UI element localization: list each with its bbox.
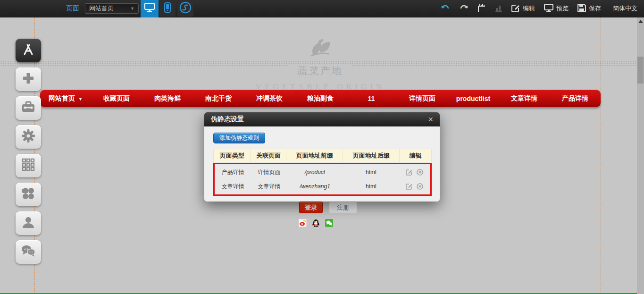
rules-table-header: 页面类型 关联页面 页面地址前缀 页面地址后缀 编辑 [213, 149, 432, 162]
auth-buttons: 登录 注册 [299, 202, 357, 213]
nav-item-label: 冲调茶饮 [256, 94, 283, 103]
modal-title: 伪静态设置 [211, 115, 244, 124]
nav-item-label: 粮油副食 [307, 94, 334, 103]
delete-row-icon[interactable] [417, 169, 423, 176]
weibo-icon[interactable] [299, 219, 307, 227]
modal-header[interactable]: 伪静态设置 × [204, 112, 440, 126]
scrollbar-thumb[interactable] [637, 57, 644, 84]
nav-item-label: 详情页面 [409, 94, 435, 103]
undo-button[interactable] [441, 4, 450, 13]
edit-pencil-icon [511, 4, 520, 14]
cell-url-suffix: html [343, 165, 399, 179]
left-sidebar [16, 39, 41, 269]
add-rule-button[interactable]: 添加伪静态规则 [213, 133, 265, 143]
scroll-up-arrow[interactable] [638, 20, 643, 23]
desktop-icon [144, 3, 155, 14]
save-floppy-icon [577, 4, 586, 14]
nav-item-favorites[interactable]: 收藏页面 [91, 90, 142, 107]
grid-icon [22, 158, 35, 173]
col-header-related-page: 关联页面 [251, 149, 286, 162]
plus-icon [22, 72, 35, 87]
mobile-view-button[interactable] [159, 1, 176, 17]
nav-item-tea-drinks[interactable]: 冲调茶饮 [244, 90, 295, 107]
vegetable-leaf-icon [307, 37, 334, 61]
sidebar-item-design[interactable] [16, 39, 41, 62]
nav-item-home[interactable]: 网站首页 ▼ [40, 90, 91, 107]
sidebar-item-wechat[interactable] [16, 240, 41, 264]
gear-icon [21, 129, 35, 145]
nav-item-detail-page[interactable]: 详情页面 [397, 90, 448, 107]
col-header-url-suffix: 页面地址后缀 [343, 149, 400, 162]
site-logo-block[interactable]: 蔬菜产地 VEGETABLE ORIGIN [40, 37, 601, 92]
desktop-view-button[interactable] [141, 0, 159, 17]
close-icon[interactable]: × [428, 115, 433, 124]
col-header-url-prefix: 页面地址前缀 [286, 149, 343, 162]
sidebar-item-settings[interactable] [16, 125, 41, 149]
page-select-dropdown[interactable]: 网站首页 ▼ [85, 3, 139, 14]
nav-item-dry-goods[interactable]: 南北干货 [193, 90, 244, 107]
nav-item-productlist[interactable]: productlist [448, 90, 499, 107]
nav-item-label: 网站首页 [49, 94, 75, 103]
nav-item-article-detail[interactable]: 文章详情 [499, 90, 550, 107]
page-label: 页面 [66, 4, 79, 13]
site-main-nav: 网站首页 ▼ 收藏页面 肉类海鲜 南北干货 冲调茶饮 粮油副食 11 详情页面 … [40, 90, 601, 107]
undo-icon [441, 4, 450, 13]
ruler-button[interactable] [477, 3, 486, 14]
table-row: 文章详情 文章详情 /wenzhang1 html [215, 179, 430, 193]
save-button[interactable]: 保存 [577, 4, 601, 14]
person-icon [22, 216, 35, 231]
brand-curve-button[interactable] [177, 1, 193, 17]
nav-item-label: 收藏页面 [103, 94, 130, 103]
nav-item-meat-seafood[interactable]: 肉类海鲜 [142, 90, 193, 107]
qq-icon[interactable] [312, 219, 320, 227]
pseudo-static-modal: 伪静态设置 × 添加伪静态规则 页面类型 关联页面 页面地址前缀 页面地址后缀 … [204, 112, 440, 202]
chevron-down-icon: ▼ [78, 97, 83, 101]
sidebar-item-modules-grid[interactable] [16, 154, 41, 177]
nav-item-grain-oil[interactable]: 粮油副食 [295, 90, 346, 107]
curve-logo-icon [179, 1, 192, 16]
rules-table: 页面类型 关联页面 页面地址前缀 页面地址后缀 编辑 产品详情 详情页面 /pr… [213, 149, 432, 196]
table-row: 产品详情 详情页面 /product html [215, 165, 430, 179]
edit-row-icon[interactable] [406, 169, 412, 176]
editor-stage: 页面 网站首页 ▼ [0, 0, 644, 294]
stats-button[interactable] [495, 4, 502, 13]
vertical-scrollbar[interactable] [637, 17, 644, 294]
page-select-value: 网站首页 [89, 4, 114, 13]
nav-item-label: 南北干货 [205, 94, 232, 103]
modal-body: 添加伪静态规则 页面类型 关联页面 页面地址前缀 页面地址后缀 编辑 产品详情 … [204, 126, 440, 202]
sidebar-item-plugins[interactable] [16, 183, 41, 206]
edit-button-label: 编辑 [523, 4, 535, 13]
delete-row-icon[interactable] [417, 183, 423, 190]
edit-row-icon[interactable] [406, 183, 412, 190]
register-button[interactable]: 注册 [329, 202, 357, 213]
cell-page-type: 文章详情 [215, 179, 251, 193]
redo-icon [459, 4, 468, 13]
redo-button[interactable] [459, 4, 468, 13]
language-switch[interactable]: 简体中文 [613, 4, 637, 13]
preview-monitor-icon [544, 4, 553, 14]
cell-url-prefix: /wenzhang1 [287, 179, 343, 193]
cell-page-type: 产品详情 [215, 165, 251, 179]
sidebar-item-toolbox[interactable] [16, 96, 41, 120]
ruler-icon [477, 3, 486, 14]
nav-item-product-detail[interactable]: 产品详情 [550, 90, 601, 107]
nav-item-label: 文章详情 [511, 94, 537, 103]
site-title: 蔬菜产地 [288, 64, 352, 77]
nav-item-label: productlist [456, 95, 490, 102]
sidebar-item-add[interactable] [16, 67, 41, 91]
edit-button[interactable]: 编辑 [511, 4, 535, 14]
wechat-icon[interactable] [325, 219, 333, 227]
nav-item-label: 产品详情 [562, 94, 588, 103]
chat-bubbles-icon [21, 245, 36, 259]
sidebar-item-members[interactable] [16, 211, 41, 235]
social-login-row [299, 219, 333, 227]
cell-url-prefix: /product [287, 165, 343, 179]
right-guide-line [601, 17, 601, 294]
nav-item-11[interactable]: 11 [346, 90, 397, 107]
login-button[interactable]: 登录 [299, 202, 323, 213]
preview-button[interactable]: 预览 [544, 4, 569, 14]
rules-table-rows-highlight: 产品详情 详情页面 /product html [213, 163, 432, 196]
cell-related-page: 详情页面 [251, 165, 287, 179]
col-header-page-type: 页面类型 [214, 149, 251, 162]
nav-item-label: 肉类海鲜 [154, 94, 181, 103]
